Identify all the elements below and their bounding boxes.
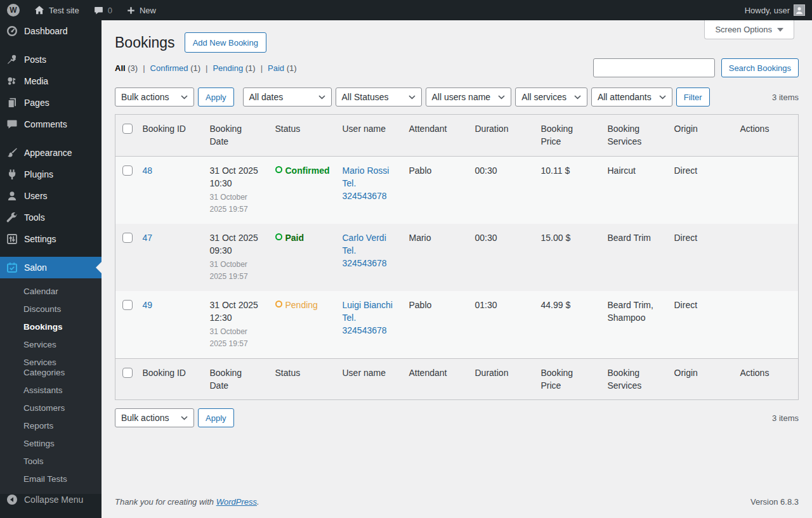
apply-button[interactable]: Apply (198, 408, 234, 427)
select-all-checkbox[interactable] (122, 368, 133, 378)
column-footer-booking-date: Booking Date (204, 358, 269, 400)
submenu-item-settings[interactable]: Settings (0, 435, 102, 453)
submenu-item-assistants[interactable]: Assistants (0, 382, 102, 399)
sidebar-item-users[interactable]: Users (0, 185, 102, 207)
add-new-booking-button[interactable]: Add New Booking (185, 32, 266, 53)
wordpress-link[interactable]: WordPress (216, 497, 257, 507)
new-content-button[interactable]: New (119, 0, 163, 20)
column-header-actions: Actions (734, 115, 799, 157)
sidebar-item-dashboard[interactable]: Dashboard (0, 20, 102, 42)
booking-date: 31 Oct 2025 10:30 (210, 164, 263, 190)
new-label: New (140, 6, 156, 15)
status-view-filters: All (3) | Confirmed (1) | Pending (1) | … (115, 63, 297, 73)
users-filter-select[interactable]: All users name (426, 87, 512, 107)
status-filter-select[interactable]: All Statuses (336, 87, 422, 107)
chevron-down-icon (574, 95, 581, 100)
account-menu[interactable]: Howdy, user (738, 0, 812, 20)
filter-button[interactable]: Filter (676, 87, 710, 107)
menu-separator (0, 135, 102, 142)
view-confirmed-link[interactable]: Confirmed (1) (150, 63, 200, 73)
apply-button[interactable]: Apply (198, 87, 234, 107)
column-header-attendant: Attendant (403, 115, 469, 157)
column-header-booking-services: Booking Services (601, 115, 668, 157)
submenu-item-bookings[interactable]: Bookings (0, 318, 102, 336)
admin-footer: Thank you for creating with WordPress. V… (115, 488, 799, 518)
sidebar-item-media[interactable]: Media (0, 70, 102, 92)
submenu-item-calendar[interactable]: Calendar (0, 283, 102, 301)
services-cell: Haircut (601, 156, 668, 223)
booking-created-date: 31 October 2025 19:57 (210, 191, 263, 216)
services-filter-select[interactable]: All services (515, 87, 587, 107)
pushpin-icon (6, 53, 18, 66)
collapse-menu-button[interactable]: Collapse Menu (0, 489, 102, 510)
submenu-item-reports[interactable]: Reports (0, 417, 102, 435)
table-row: 47 31 Oct 2025 09:30 31 October 2025 19:… (115, 224, 799, 291)
submenu-item-services[interactable]: Services (0, 336, 102, 354)
submenu-item-email-tests[interactable]: Email Tests (0, 470, 102, 488)
sidebar-item-salon[interactable]: Salon (0, 257, 102, 278)
booking-date: 31 Oct 2025 12:30 (210, 299, 263, 325)
column-header-origin: Origin (668, 115, 734, 157)
booking-id-link[interactable]: 48 (143, 165, 153, 176)
sidebar-item-comments[interactable]: Comments (0, 113, 102, 135)
search-bookings-input[interactable] (593, 58, 715, 77)
sidebar-item-appearance[interactable]: Appearance (0, 142, 102, 164)
menu-separator (0, 42, 102, 49)
sidebar-item-label: Pages (24, 98, 49, 108)
user-name-link[interactable]: Luigi Bianchi Tel. 324543678 (343, 300, 393, 336)
sidebar-item-label: Comments (24, 119, 67, 129)
bulk-actions-select[interactable]: Bulk actions (115, 408, 194, 427)
status-circle-icon (275, 233, 282, 240)
chevron-down-icon (659, 95, 666, 100)
dates-filter-select[interactable]: All dates (243, 87, 332, 107)
comments-icon (6, 118, 18, 131)
submenu-item-services-categories[interactable]: Services Categories (0, 354, 102, 382)
chevron-down-icon (409, 95, 416, 100)
submenu-item-discounts[interactable]: Discounts (0, 301, 102, 318)
submenu-item-tools[interactable]: Tools (0, 453, 102, 470)
bulk-actions-select[interactable]: Bulk actions (115, 87, 194, 107)
wordpress-menu-button[interactable] (0, 0, 27, 20)
column-footer-origin: Origin (668, 358, 734, 400)
booking-id-link[interactable]: 47 (143, 233, 153, 243)
site-name: Test site (49, 6, 79, 15)
sidebar-item-posts[interactable]: Posts (0, 49, 102, 70)
row-checkbox[interactable] (122, 165, 133, 176)
sidebar-item-tools[interactable]: Tools (0, 207, 102, 228)
attendants-filter-select[interactable]: All attendants (591, 87, 672, 107)
origin-cell: Direct (668, 224, 734, 291)
column-footer-booking-id: Booking ID (136, 358, 204, 400)
sidebar-item-pages[interactable]: Pages (0, 92, 102, 113)
submenu-item-customers[interactable]: Customers (0, 399, 102, 417)
view-all-link[interactable]: All (3) (115, 63, 138, 73)
user-name-link[interactable]: Mario Rossi Tel. 324543678 (343, 165, 390, 202)
dashboard-icon (6, 25, 18, 37)
select-all-checkbox[interactable] (122, 124, 133, 134)
page-header: Bookings Add New Booking (115, 32, 799, 53)
comments-shortcut[interactable]: 0 (86, 0, 119, 20)
chevron-down-icon (777, 28, 783, 32)
view-pending-link[interactable]: Pending (1) (213, 63, 255, 73)
media-icon (6, 75, 18, 87)
booking-id-link[interactable]: 49 (143, 300, 153, 310)
column-footer-actions: Actions (734, 358, 799, 400)
sidebar-item-plugins[interactable]: Plugins (0, 164, 102, 185)
search-bookings-button[interactable]: Search Bookings (721, 58, 799, 77)
admin-bar: Test site 0 New Howdy, user (0, 0, 812, 20)
table-nav-bottom: Bulk actions Apply 3 items (115, 408, 799, 427)
sidebar-item-settings[interactable]: Settings (0, 228, 102, 250)
price-cell: 10.11 $ (535, 156, 601, 223)
howdy-text: Howdy, user (745, 6, 790, 15)
row-checkbox[interactable] (122, 300, 133, 310)
status-circle-icon (275, 301, 282, 308)
calendar-check-icon (6, 261, 18, 274)
pages-icon (6, 96, 18, 109)
salon-submenu: Calendar Discounts Bookings Services Ser… (0, 278, 102, 494)
screen-options-button[interactable]: Screen Options (704, 20, 794, 39)
row-checkbox[interactable] (122, 233, 133, 243)
site-link[interactable]: Test site (27, 0, 86, 20)
admin-bar-left: Test site 0 New (0, 0, 163, 20)
view-paid-link[interactable]: Paid (1) (268, 63, 297, 73)
sidebar-item-label: Salon (24, 262, 47, 273)
user-name-link[interactable]: Carlo Verdi Tel. 324543678 (343, 233, 387, 269)
